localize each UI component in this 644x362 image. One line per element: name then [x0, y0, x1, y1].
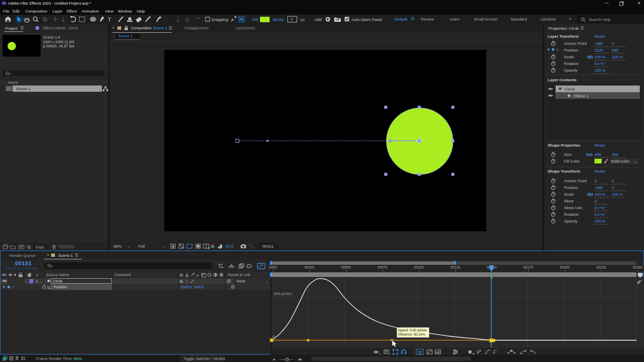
svg-text:¹Q: ¹Q: [418, 350, 422, 354]
